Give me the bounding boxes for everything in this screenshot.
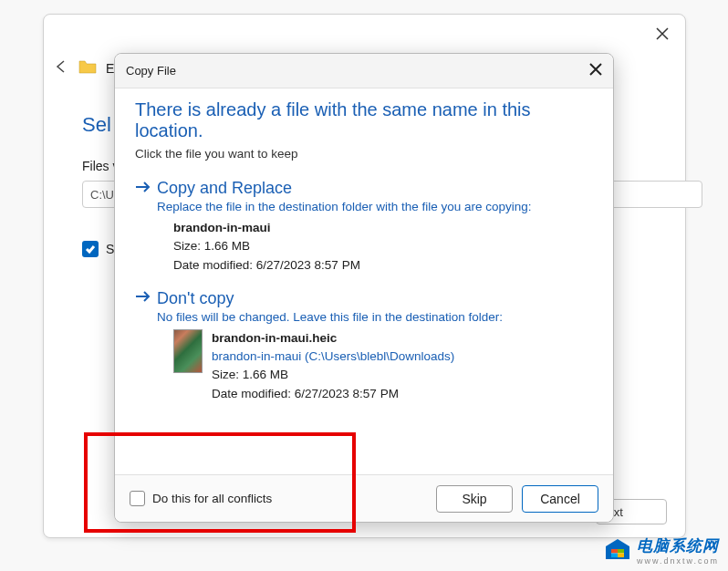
svg-rect-1: [611, 549, 618, 554]
option2-title: Don't copy: [157, 289, 234, 308]
dialog-close-button[interactable]: [589, 63, 602, 79]
option2-date: Date modified: 6/27/2023 8:57 PM: [212, 385, 454, 403]
watermark-url: www.dnxtw.com: [637, 556, 719, 566]
option1-date: Date modified: 6/27/2023 8:57 PM: [173, 256, 360, 275]
option2-filename: brandon-in-maui.heic: [212, 329, 454, 348]
skip-button[interactable]: Skip: [436, 485, 513, 513]
option1-desc: Replace the file in the destination fold…: [157, 200, 593, 213]
option1-size: Size: 1.66 MB: [173, 237, 360, 255]
all-conflicts-label: Do this for all conflicts: [152, 492, 272, 505]
option2-size: Size: 1.66 MB: [212, 366, 454, 384]
watermark-logo-icon: [604, 537, 631, 565]
arrow-right-icon: [135, 290, 151, 306]
option1-filename: brandon-in-maui: [173, 219, 360, 237]
option-copy-replace[interactable]: Copy and Replace Replace the file in the…: [135, 173, 593, 284]
svg-rect-4: [618, 553, 624, 557]
svg-rect-2: [618, 549, 624, 554]
copy-file-dialog: Copy File There is already a file with t…: [114, 53, 614, 523]
folder-icon: [78, 58, 97, 78]
option2-desc: No files will be changed. Leave this fil…: [157, 310, 593, 324]
svg-rect-3: [611, 553, 618, 557]
watermark: 电脑系统网 www.dnxtw.com: [604, 535, 719, 566]
arrow-right-icon: [135, 181, 151, 197]
cancel-button[interactable]: Cancel: [522, 485, 598, 513]
all-conflicts-checkbox[interactable]: [130, 491, 145, 506]
file-thumbnail: [173, 329, 203, 373]
dialog-titlebar: Copy File: [115, 54, 613, 88]
option-dont-copy[interactable]: Don't copy No files will be changed. Lea…: [135, 284, 593, 412]
option1-title: Copy and Replace: [157, 179, 292, 198]
sh-checkbox[interactable]: [82, 241, 99, 257]
back-arrow-icon[interactable]: [53, 58, 69, 78]
option2-path: brandon-in-maui (C:\Users\blebl\Download…: [212, 348, 454, 366]
dialog-headline: There is already a file with the same na…: [135, 99, 593, 141]
dialog-title: Copy File: [126, 64, 176, 78]
dialog-footer: Do this for all conflicts Skip Cancel: [115, 474, 613, 522]
dialog-subhead: Click the file you want to keep: [135, 147, 593, 161]
parent-close-button[interactable]: [656, 27, 669, 44]
section-heading-partial: Sel: [82, 113, 111, 137]
watermark-text: 电脑系统网: [637, 535, 719, 556]
